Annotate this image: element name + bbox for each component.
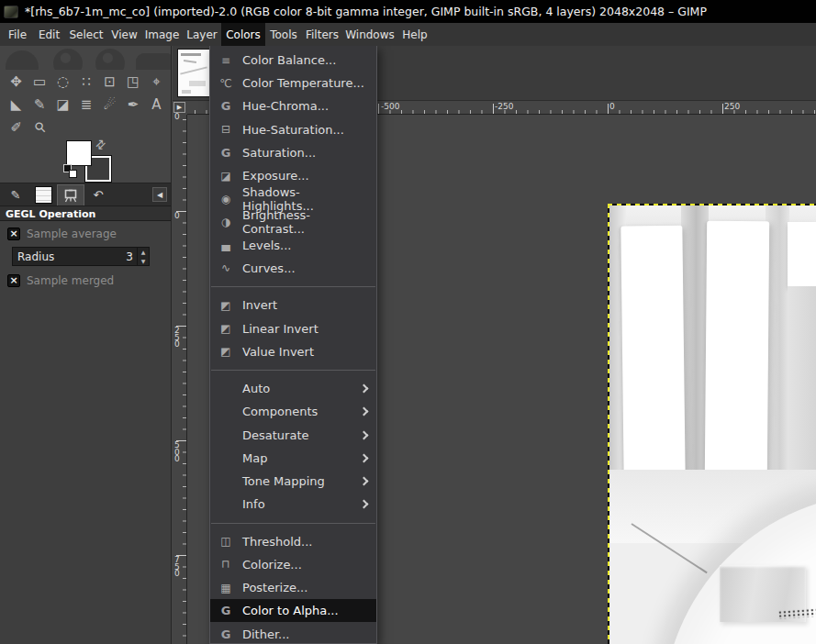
menu-colors[interactable]: Colors <box>221 23 265 46</box>
vruler-label: 500 <box>174 442 181 463</box>
menu-help[interactable]: Help <box>397 23 432 46</box>
sample-average-checkbox[interactable]: × <box>7 228 20 240</box>
menu-item-label: Color to Alpha... <box>242 604 339 617</box>
easel-icon <box>63 189 78 203</box>
image-tab-thumbnail[interactable] <box>177 49 213 97</box>
menu-item-components[interactable]: Components <box>210 400 376 423</box>
menu-item-saturation[interactable]: G Saturation... <box>210 141 376 164</box>
menu-item-levels[interactable]: ▄ Levels... <box>210 234 376 257</box>
menu-item-desaturate[interactable]: Desaturate <box>210 424 376 447</box>
window-title: *[rhs_6b7-1m_mc_co] (imported)-2.0 (RGB … <box>25 5 707 18</box>
spin-down-icon[interactable]: ▼ <box>138 257 149 266</box>
smudge-tool-icon[interactable]: ☄ <box>98 93 121 116</box>
menu-item-map[interactable]: Map <box>210 447 376 470</box>
sample-merged-row: × Sample merged <box>7 274 163 287</box>
menu-item-auto[interactable]: Auto <box>210 377 376 400</box>
hue-saturation-icon: ⊟ <box>218 123 233 136</box>
submenu-arrow-icon <box>360 500 369 509</box>
unified-transform-tool-icon[interactable]: ◳ <box>122 70 145 93</box>
invert-icon: ◩ <box>218 299 233 312</box>
eraser-tool-icon[interactable]: ◪ <box>51 93 74 116</box>
gimp-window-icon <box>4 6 18 18</box>
color-selector: ⇄ <box>0 139 171 183</box>
menu-item-color-temperature[interactable]: ℃ Color Temperature... <box>210 72 376 94</box>
menu-item-shadows-highlights[interactable]: ◉ Shadows-Highlights... <box>210 187 376 210</box>
bucket-fill-tool-icon[interactable]: ◣ <box>5 93 28 116</box>
menu-item-label: Exposure... <box>242 169 309 183</box>
menu-item-label: Saturation... <box>242 146 316 160</box>
menu-separator <box>211 370 375 371</box>
wilber-watermark <box>0 46 171 70</box>
menu-item-color-to-alpha[interactable]: G Color to Alpha... <box>210 599 376 622</box>
menu-file[interactable]: File <box>2 23 33 46</box>
menu-item-tone-mapping[interactable]: Tone Mapping <box>210 470 376 493</box>
menu-item-color-balance[interactable]: ≡ Color Balance... <box>210 49 376 72</box>
menu-item-threshold[interactable]: ◫ Threshold... <box>210 530 376 553</box>
menu-filters[interactable]: Filters <box>302 23 342 46</box>
gegl-icon: G <box>218 604 233 617</box>
menu-image[interactable]: Image <box>141 23 183 46</box>
hruler-label: -250 <box>495 102 513 111</box>
tool-options-panel: × Sample average Radius 3 ▲ ▼ × Sample m… <box>0 221 171 644</box>
menu-select[interactable]: Select <box>65 23 107 46</box>
rectangle-select-tool-icon[interactable]: ▭ <box>28 70 51 93</box>
threshold-icon: ◫ <box>218 535 233 548</box>
radius-spinner[interactable]: Radius 3 ▲ ▼ <box>12 247 150 266</box>
menu-item-dither[interactable]: G Dither... <box>210 622 376 644</box>
tab-images[interactable] <box>29 184 57 205</box>
sample-merged-checkbox[interactable]: × <box>7 274 20 287</box>
radius-label: Radius <box>13 250 126 263</box>
colors-dropdown-menu: ≡ Color Balance... ℃ Color Temperature..… <box>209 46 377 644</box>
gegl-icon: G <box>218 627 233 641</box>
tab-device-status[interactable] <box>57 184 84 205</box>
invert-icon: ◩ <box>218 345 233 358</box>
tab-undo-history[interactable]: ↶ <box>84 184 112 205</box>
menu-item-hue-chroma[interactable]: G Hue-Chroma... <box>210 94 376 117</box>
menu-item-exposure[interactable]: ◪ Exposure... <box>210 164 376 187</box>
menu-item-label: Dither... <box>242 627 290 641</box>
menu-item-label: Curves... <box>242 261 296 275</box>
radius-value[interactable]: 3 <box>126 250 137 263</box>
move-tool-icon[interactable]: ✥ <box>5 70 28 93</box>
spin-up-icon[interactable]: ▲ <box>138 248 149 257</box>
menu-item-colorize[interactable]: ⊓ Colorize... <box>210 553 376 576</box>
fuzzy-select-tool-icon[interactable]: ∷ <box>75 70 98 93</box>
menu-item-hue-saturation[interactable]: ⊟ Hue-Saturation... <box>210 118 376 141</box>
menu-item-posterize[interactable]: ▦ Posterize... <box>210 576 376 599</box>
menu-separator <box>211 523 375 524</box>
gegl-icon: G <box>218 99 233 113</box>
menu-item-label: Auto <box>242 382 270 395</box>
menu-item-label: Tone Mapping <box>242 474 325 488</box>
menu-item-value-invert[interactable]: ◩ Value Invert <box>210 340 376 363</box>
menu-item-info[interactable]: Info <box>210 493 376 516</box>
text-tool-icon[interactable]: A <box>145 93 168 116</box>
foreground-color-swatch[interactable] <box>66 140 92 166</box>
dock-collapse-button[interactable]: ◀ <box>152 187 167 202</box>
tool-grid: ✥ ▭ ◌ ∷ ⊡ ◳ ⌖ ◣ ✎ ◪ ≣ ☄ ✒ A ✐ ⚲ <box>0 70 171 139</box>
clone-tool-icon[interactable]: ≣ <box>75 93 98 116</box>
menu-edit[interactable]: Edit <box>33 23 65 46</box>
sample-average-row: × Sample average <box>7 228 163 240</box>
swap-colors-icon[interactable]: ⇄ <box>92 136 108 152</box>
menu-windows[interactable]: Windows <box>342 23 397 46</box>
free-select-tool-icon[interactable]: ◌ <box>51 70 74 93</box>
menu-item-linear-invert[interactable]: ◩ Linear Invert <box>210 316 376 339</box>
vertical-ruler[interactable]: 0 0 250 500 750 <box>173 115 187 644</box>
menu-item-curves[interactable]: ∿ Curves... <box>210 257 376 280</box>
menu-item-brightness-contrast[interactable]: ◑ Brightness-Contrast... <box>210 210 376 233</box>
menu-item-label: Value Invert <box>242 345 314 359</box>
menu-tools[interactable]: Tools <box>265 23 302 46</box>
menu-item-label: Invert <box>242 298 277 312</box>
default-colors-icon[interactable] <box>63 164 78 179</box>
crop-tool-icon[interactable]: ⊡ <box>98 70 121 93</box>
menu-item-label: Linear Invert <box>242 322 319 336</box>
menu-item-label: Posterize... <box>242 581 307 594</box>
handle-transform-tool-icon[interactable]: ⌖ <box>145 70 168 93</box>
menu-view[interactable]: View <box>107 23 141 46</box>
sample-average-label: Sample average <box>27 228 117 240</box>
ink-tool-icon[interactable]: ✒ <box>122 93 145 116</box>
image-layer[interactable] <box>608 204 816 644</box>
tab-tool-options[interactable]: ✎ <box>2 184 29 205</box>
menu-item-invert[interactable]: ◩ Invert <box>210 294 376 316</box>
menu-layer[interactable]: Layer <box>183 23 221 46</box>
